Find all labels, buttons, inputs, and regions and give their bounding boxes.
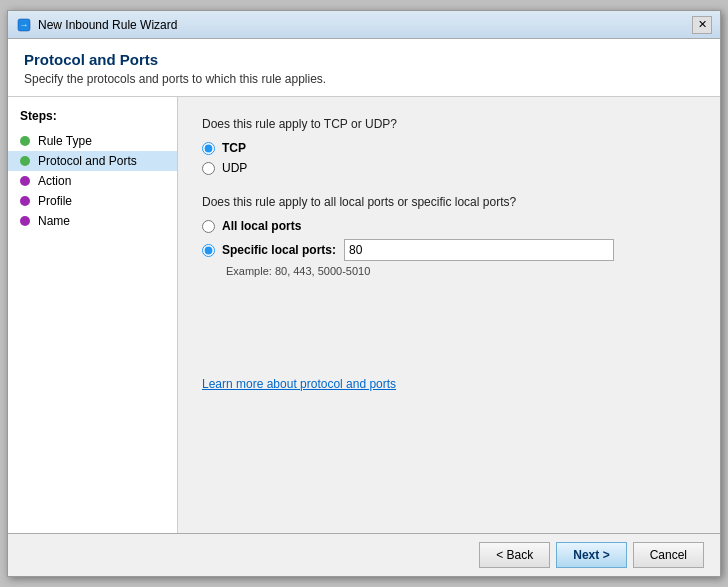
sidebar-label-rule-type: Rule Type	[38, 134, 92, 148]
step-dot-protocol	[20, 156, 30, 166]
all-ports-radio-item[interactable]: All local ports	[202, 219, 696, 233]
learn-more-link[interactable]: Learn more about protocol and ports	[202, 377, 696, 391]
example-text: Example: 80, 443, 5000-5010	[226, 265, 696, 277]
ports-group: All local ports Specific local ports: Ex…	[202, 219, 696, 277]
next-button[interactable]: Next >	[556, 542, 626, 568]
steps-label: Steps:	[8, 109, 177, 131]
all-ports-label: All local ports	[222, 219, 301, 233]
window-icon: →	[16, 17, 32, 33]
page-header: Protocol and Ports Specify the protocols…	[8, 39, 720, 97]
specific-ports-radio[interactable]	[202, 244, 215, 257]
udp-radio[interactable]	[202, 162, 215, 175]
step-dot-name	[20, 216, 30, 226]
body-area: Steps: Rule Type Protocol and Ports Acti…	[8, 97, 720, 533]
tcp-udp-group: TCP UDP	[202, 141, 696, 175]
step-dot-rule-type	[20, 136, 30, 146]
sidebar-item-protocol-ports[interactable]: Protocol and Ports	[8, 151, 177, 171]
tcp-radio-item[interactable]: TCP	[202, 141, 696, 155]
footer: < Back Next > Cancel	[8, 533, 720, 576]
bottom-section: Learn more about protocol and ports	[202, 297, 696, 391]
ports-question: Does this rule apply to all local ports …	[202, 195, 696, 209]
close-button[interactable]: ✕	[692, 16, 712, 34]
sidebar-item-name[interactable]: Name	[8, 211, 177, 231]
wizard-window: → New Inbound Rule Wizard ✕ Protocol and…	[7, 10, 721, 577]
main-content: Does this rule apply to TCP or UDP? TCP …	[178, 97, 720, 533]
sidebar-label-profile: Profile	[38, 194, 72, 208]
page-subtitle: Specify the protocols and ports to which…	[24, 72, 704, 86]
close-icon: ✕	[698, 18, 707, 31]
sidebar-label-action: Action	[38, 174, 71, 188]
window-title: New Inbound Rule Wizard	[38, 18, 692, 32]
port-input[interactable]	[344, 239, 614, 261]
title-bar: → New Inbound Rule Wizard ✕	[8, 11, 720, 39]
udp-radio-item[interactable]: UDP	[202, 161, 696, 175]
sidebar-item-action[interactable]: Action	[8, 171, 177, 191]
specific-ports-row: Specific local ports:	[202, 239, 696, 261]
svg-text:→: →	[20, 20, 29, 30]
specific-ports-label: Specific local ports:	[222, 243, 336, 257]
sidebar-item-profile[interactable]: Profile	[8, 191, 177, 211]
cancel-button[interactable]: Cancel	[633, 542, 704, 568]
sidebar-label-protocol: Protocol and Ports	[38, 154, 137, 168]
all-ports-radio[interactable]	[202, 220, 215, 233]
tcp-udp-question: Does this rule apply to TCP or UDP?	[202, 117, 696, 131]
sidebar-label-name: Name	[38, 214, 70, 228]
back-button[interactable]: < Back	[479, 542, 550, 568]
udp-label: UDP	[222, 161, 247, 175]
step-dot-action	[20, 176, 30, 186]
page-title: Protocol and Ports	[24, 51, 704, 68]
sidebar: Steps: Rule Type Protocol and Ports Acti…	[8, 97, 178, 533]
step-dot-profile	[20, 196, 30, 206]
tcp-label: TCP	[222, 141, 246, 155]
tcp-radio[interactable]	[202, 142, 215, 155]
sidebar-item-rule-type[interactable]: Rule Type	[8, 131, 177, 151]
